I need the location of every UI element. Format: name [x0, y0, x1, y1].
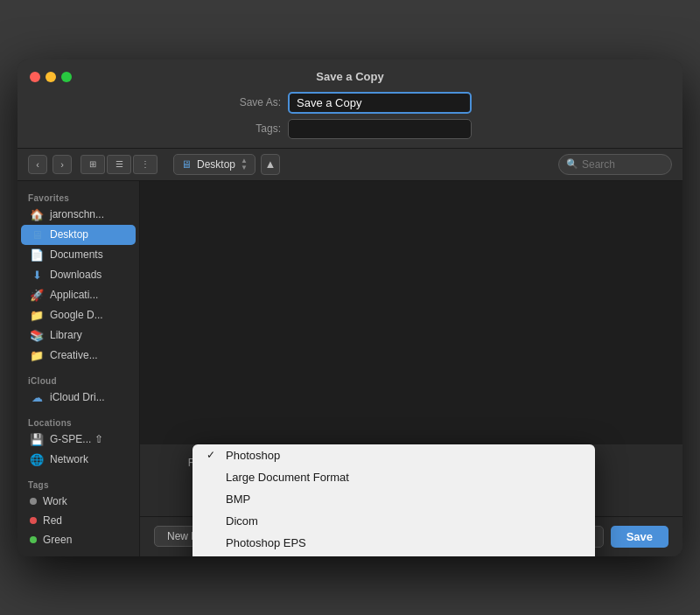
title-bar: Save a Copy Save As: Tags:	[18, 59, 682, 149]
list-view-button[interactable]: ☰	[107, 155, 131, 174]
sidebar-item-library[interactable]: 📚 Library	[21, 325, 136, 346]
icloud-section-label: iCloud	[18, 371, 139, 388]
home-icon: 🏠	[30, 208, 44, 221]
sidebar-item-label: Library	[50, 329, 82, 341]
location-label: Desktop	[197, 158, 235, 171]
sidebar-item-label: Network	[50, 453, 88, 465]
network-icon: 🌐	[30, 453, 44, 466]
minimize-button[interactable]	[46, 72, 56, 82]
sidebar-item-tag-work[interactable]: Work	[21, 492, 136, 511]
save-button[interactable]: Save	[611, 526, 668, 548]
sidebar-item-label: Desktop	[50, 228, 88, 241]
format-option-photoshop[interactable]: ✓ Photoshop	[192, 444, 595, 466]
sidebar-item-label: Red	[43, 514, 62, 527]
sidebar-item-label: jaronschn...	[50, 208, 104, 220]
locations-section-label: Locations	[18, 413, 139, 430]
format-dropdown-menu[interactable]: ✓ Photoshop Large Document Format BMP Di…	[192, 444, 595, 556]
right-panel: Format: JPEG ▾ Save: Color:	[140, 181, 682, 556]
sidebar-item-tag-green[interactable]: Green	[21, 530, 136, 549]
sidebar-item-label: Creative...	[50, 349, 98, 361]
format-option-gif[interactable]: GIF	[192, 554, 595, 556]
sidebar-item-desktop[interactable]: 🖥 Desktop	[21, 225, 136, 245]
maximize-button[interactable]	[61, 72, 72, 82]
sidebar-item-downloads[interactable]: ⬇ Downloads	[21, 265, 136, 285]
sidebar-item-label: Work	[43, 495, 67, 507]
check-icon: ✓	[206, 449, 219, 461]
expand-button[interactable]: ▲	[261, 154, 280, 175]
sidebar: Favorites 🏠 jaronschn... 🖥 Desktop 📄 Doc…	[18, 181, 140, 556]
sidebar-item-documents[interactable]: 📄 Documents	[21, 245, 136, 265]
main-content: Favorites 🏠 jaronschn... 🖥 Desktop 📄 Doc…	[18, 181, 682, 556]
format-option-large-doc[interactable]: Large Document Format	[192, 466, 595, 488]
sidebar-item-creative[interactable]: 📁 Creative...	[21, 346, 136, 366]
desktop-icon: 🖥	[30, 228, 44, 241]
sidebar-item-google[interactable]: 📁 Google D...	[21, 305, 136, 325]
location-icon: 🖥	[181, 158, 192, 171]
sidebar-item-label: Google D...	[50, 309, 103, 321]
save-as-row: Save As:	[228, 92, 472, 114]
search-icon: 🔍	[566, 158, 578, 170]
tags-row: Tags:	[228, 119, 472, 139]
google-drive-icon: 📁	[30, 309, 44, 322]
format-option-dicom[interactable]: Dicom	[192, 510, 595, 532]
search-box: 🔍	[558, 154, 672, 175]
search-input[interactable]	[582, 158, 661, 171]
sidebar-item-label: Documents	[50, 248, 103, 261]
icloud-icon: ☁	[30, 391, 44, 404]
tags-input[interactable]	[288, 119, 472, 139]
close-button[interactable]	[30, 72, 40, 82]
location-dropdown[interactable]: 🖥 Desktop ▲▼	[173, 154, 256, 175]
sidebar-item-applications[interactable]: 🚀 Applicati...	[21, 285, 136, 305]
downloads-icon: ⬇	[30, 269, 44, 282]
format-option-bmp[interactable]: BMP	[192, 488, 595, 510]
options-area: Format: JPEG ▾ Save: Color:	[140, 444, 682, 516]
sidebar-item-label: Downloads	[50, 269, 102, 281]
tag-green-dot	[30, 536, 37, 543]
icon-view-button[interactable]: ⊞	[80, 155, 105, 174]
sidebar-item-disk[interactable]: 💾 G-SPE... ⇧	[21, 430, 136, 450]
sidebar-item-label: Green	[43, 534, 72, 546]
save-as-input[interactable]	[288, 92, 472, 114]
file-browser[interactable]	[140, 181, 682, 444]
format-option-eps[interactable]: Photoshop EPS	[192, 532, 595, 554]
sidebar-item-icloud[interactable]: ☁ iCloud Dri...	[21, 388, 136, 408]
column-view-button[interactable]: ⋮	[133, 155, 158, 174]
sidebar-item-label: G-SPE... ⇧	[50, 433, 103, 445]
sidebar-item-label: iCloud Dri...	[50, 391, 105, 403]
back-button[interactable]: ‹	[28, 155, 47, 174]
tag-red-dot	[30, 517, 37, 524]
favorites-section-label: Favorites	[18, 188, 139, 205]
tags-label: Tags:	[228, 122, 281, 135]
sidebar-item-label: Applicati...	[50, 289, 98, 301]
sidebar-item-jaronschn[interactable]: 🏠 jaronschn...	[21, 205, 136, 225]
tags-section-label: Tags	[18, 475, 139, 492]
applications-icon: 🚀	[30, 289, 44, 302]
disk-icon: 💾	[30, 433, 44, 446]
save-copy-dialog: Save a Copy Save As: Tags: ‹ › ⊞ ☰ ⋮ 🖥 D…	[18, 59, 682, 556]
tag-work-dot	[30, 498, 37, 505]
sidebar-item-tag-red[interactable]: Red	[21, 511, 136, 530]
toolbar: ‹ › ⊞ ☰ ⋮ 🖥 Desktop ▲▼ ▲ 🔍	[18, 149, 682, 181]
save-as-label: Save As:	[228, 96, 281, 108]
view-buttons: ⊞ ☰ ⋮	[80, 155, 158, 174]
sidebar-item-network[interactable]: 🌐 Network	[21, 450, 136, 470]
documents-icon: 📄	[30, 248, 44, 262]
traffic-lights	[30, 72, 72, 82]
creative-icon: 📁	[30, 349, 44, 362]
dialog-title: Save a Copy	[316, 70, 383, 83]
library-icon: 📚	[30, 329, 44, 342]
forward-button[interactable]: ›	[52, 155, 72, 174]
location-chevrons-icon: ▲▼	[241, 157, 248, 171]
